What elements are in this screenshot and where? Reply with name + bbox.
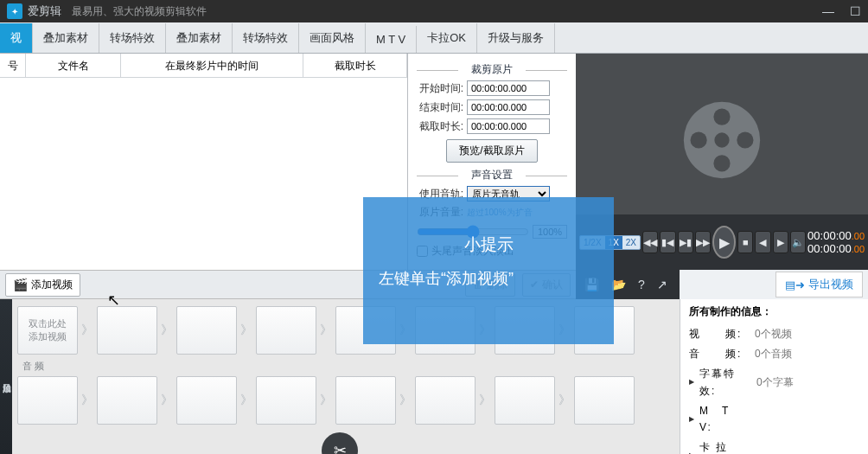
clip-slot-add[interactable]: 双击此处 添加视频 — [17, 306, 78, 355]
chevron-right-icon: 》 — [320, 393, 332, 408]
help-icon[interactable]: ? — [638, 278, 645, 291]
chevron-right-icon: 》 — [479, 323, 491, 338]
share-icon[interactable]: ↗ — [657, 278, 667, 291]
triangle-icon[interactable]: ▶ — [689, 414, 694, 425]
audio-slot[interactable] — [17, 376, 78, 425]
main-tabs: 视 叠加素材 转场特效 叠加素材 转场特效 画面风格 M T V 卡拉OK 升级… — [0, 22, 868, 54]
table-header: 号 文件名 在最终影片中的时间 截取时长 — [0, 54, 407, 78]
col-filename: 文件名 — [26, 54, 121, 77]
film-add-icon: 🎬 — [13, 278, 28, 291]
step-back-button[interactable]: ◀ — [755, 231, 770, 253]
info-val: 0个字幕 — [756, 374, 794, 391]
audio-slot[interactable] — [574, 376, 635, 425]
audio-slot[interactable] — [176, 376, 237, 425]
speed-1x[interactable]: 1X — [605, 236, 622, 249]
tab-style[interactable]: 画面风格 — [299, 23, 366, 53]
chevron-right-icon: 》 — [399, 393, 412, 408]
speed-half[interactable]: 1/2X — [580, 236, 605, 249]
clip-section-title: 裁剪原片 — [417, 62, 567, 77]
open-icon[interactable]: 📂 — [611, 278, 626, 291]
scissors-icon: ✂ — [334, 441, 347, 454]
fade-checkbox[interactable] — [417, 246, 428, 257]
clip-slot[interactable] — [97, 306, 157, 355]
volume-slider[interactable] — [417, 225, 529, 239]
svg-point-1 — [714, 132, 729, 147]
film-reel-icon — [680, 99, 763, 182]
save-icon[interactable]: 💾 — [584, 278, 599, 291]
chevron-right-icon: 》 — [161, 393, 173, 408]
tab-mtv[interactable]: M T V — [366, 26, 417, 53]
app-slogan: 最易用、强大的视频剪辑软件 — [72, 4, 207, 19]
info-key: 视 频: — [689, 326, 750, 342]
info-panel: 所有制作的信息： 视 频:0个视频 音 频:0个音频 ▶字幕特效:0个字幕 ▶M… — [680, 299, 868, 454]
start-time-label: 开始时间: — [417, 81, 463, 96]
start-time-input[interactable] — [467, 80, 550, 96]
mark-in-button[interactable]: ▮◀ — [660, 231, 675, 253]
speed-group: 1/2X 1X 2X — [579, 235, 641, 250]
table-body[interactable] — [0, 78, 407, 244]
play-button[interactable]: ▶ — [712, 226, 736, 259]
transport-bar: 1/2X 1X 2X ◀◀ ▮◀ ▶▮ ▶▶ ▶ ■ ◀ ▶ 🔈 00:00:0… — [576, 214, 868, 270]
clip-slot[interactable] — [335, 306, 396, 355]
chevron-right-icon: 》 — [558, 323, 571, 338]
timeline-tab-label[interactable]: 已添加片段 — [0, 299, 12, 454]
chevron-right-icon: 》 — [558, 393, 571, 408]
titlebar: ✦ 爱剪辑 最易用、强大的视频剪辑软件 — ☐ — [0, 0, 868, 22]
info-key: M T V: — [699, 403, 751, 436]
svg-point-3 — [713, 155, 730, 171]
clip-slot[interactable] — [176, 306, 237, 355]
file-list-panel: 号 文件名 在最终影片中的时间 截取时长 — [0, 54, 408, 270]
clip-slot[interactable] — [495, 306, 555, 355]
prev-frame-button[interactable]: ◀◀ — [642, 231, 658, 253]
end-time-input[interactable] — [467, 99, 550, 115]
preview-clip-button[interactable]: 预览/截取原片 — [446, 139, 537, 163]
clip-slot[interactable] — [256, 306, 316, 355]
stop-button[interactable]: ■ — [737, 231, 753, 253]
delete-button[interactable]: 🗑删除 — [465, 273, 515, 297]
minimize-icon[interactable]: — — [822, 4, 834, 18]
audio-track-select[interactable]: 原片无音轨 — [467, 186, 550, 201]
audio-slot[interactable] — [335, 376, 396, 425]
audio-slot[interactable] — [495, 376, 555, 425]
chevron-right-icon: 》 — [240, 323, 252, 338]
fade-label: 头尾声音淡入淡出 — [431, 244, 514, 259]
tab-overlay-1[interactable]: 叠加素材 — [33, 23, 99, 53]
clip-slot[interactable] — [415, 306, 475, 355]
tab-transition-2[interactable]: 转场特效 — [233, 23, 299, 53]
info-key: 音 频: — [689, 346, 750, 362]
step-fwd-button[interactable]: ▶ — [773, 231, 788, 253]
tab-transition-1[interactable]: 转场特效 — [99, 23, 166, 53]
info-val: 0个音频 — [755, 346, 792, 362]
speed-2x[interactable]: 2X — [622, 236, 640, 249]
info-title: 所有制作的信息： — [689, 304, 859, 319]
mute-button[interactable]: 🔈 — [790, 231, 806, 253]
clip-slot[interactable] — [574, 306, 635, 355]
audio-track-label: 音 频 — [22, 360, 674, 373]
chevron-right-icon: 》 — [81, 393, 93, 408]
col-clip-len: 截取时长 — [303, 54, 407, 77]
tab-overlay-2[interactable]: 叠加素材 — [166, 23, 233, 53]
tab-karaoke[interactable]: 卡拉OK — [417, 23, 477, 53]
maximize-icon[interactable]: ☐ — [850, 4, 861, 18]
chevron-right-icon: 》 — [161, 323, 173, 338]
preview-panel: 1/2X 1X 2X ◀◀ ▮◀ ▶▮ ▶▶ ▶ ■ ◀ ▶ 🔈 00:00:0… — [576, 54, 868, 270]
clip-len-label: 截取时长: — [417, 119, 463, 134]
audio-section-title: 声音设置 — [417, 168, 567, 182]
end-time-label: 结束时间: — [417, 100, 463, 115]
triangle-icon[interactable]: ▶ — [689, 451, 694, 454]
audio-slot[interactable] — [256, 376, 316, 425]
mark-out-button[interactable]: ▶▮ — [678, 231, 693, 253]
timeline-main: 双击此处 添加视频 》 》 》 》 》 》 》 音 频 》 》 》 》 》 》 … — [12, 299, 680, 454]
triangle-icon[interactable]: ▶ — [689, 377, 694, 388]
add-video-button[interactable]: 🎬添加视频 — [5, 273, 80, 297]
confirm-button[interactable]: ✔确认 — [522, 273, 571, 297]
tab-upgrade[interactable]: 升级与服务 — [477, 23, 555, 53]
export-button[interactable]: ▤➜导出视频 — [775, 272, 863, 297]
col-seq: 号 — [0, 54, 26, 77]
app-name: 爱剪辑 — [28, 3, 61, 19]
audio-slot[interactable] — [415, 376, 475, 425]
tab-video[interactable]: 视 — [0, 23, 33, 53]
audio-slot[interactable] — [97, 376, 157, 425]
next-frame-button[interactable]: ▶▶ — [695, 231, 711, 253]
clip-len-input[interactable] — [467, 118, 550, 134]
